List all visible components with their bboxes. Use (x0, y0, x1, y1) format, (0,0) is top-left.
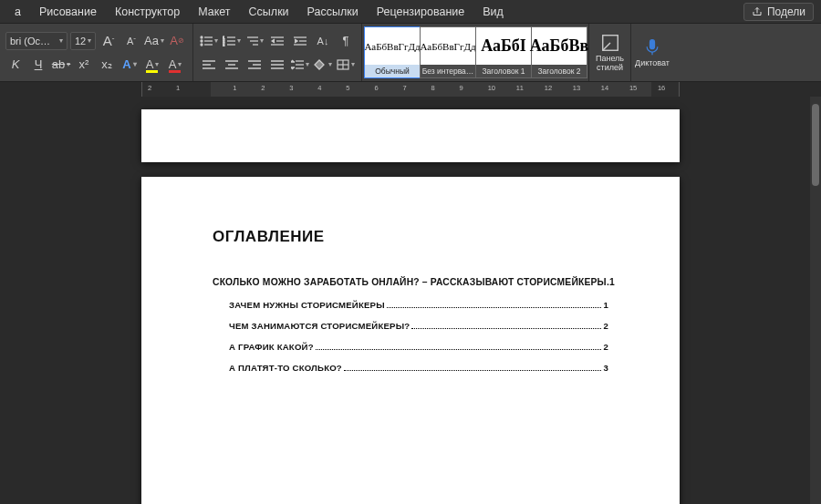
styles-pane-button[interactable]: Панель стилей (589, 24, 631, 81)
toc-leader (316, 349, 602, 350)
subscript-button[interactable]: x₂ (97, 55, 117, 75)
chevron-down-icon: ▾ (88, 36, 91, 45)
font-color-button[interactable]: A (165, 55, 185, 75)
toc-entry[interactable]: СКОЛЬКО МОЖНО ЗАРАБОТАТЬ ОНЛАЙН? – РАССК… (213, 277, 608, 287)
underline-button[interactable]: Ч (28, 55, 48, 75)
scrollbar-thumb[interactable] (812, 104, 819, 186)
vertical-scrollbar[interactable] (810, 97, 821, 504)
ruler-tick: 9 (460, 84, 463, 92)
share-icon (752, 6, 763, 17)
menu-item[interactable]: Ссылки (240, 0, 298, 23)
paragraph-group: 123 A↓ ¶ (193, 24, 362, 81)
ruler-tick: 3 (289, 84, 293, 92)
style-tile[interactable]: АаБбВвГгДдОбычный (364, 26, 421, 78)
change-case-button[interactable]: Aa (144, 31, 164, 51)
style-label: Заголовок 1 (476, 65, 531, 77)
grow-font-label: A (103, 33, 112, 48)
change-case-label: Aa (144, 34, 159, 47)
numbering-button[interactable]: 123 (222, 31, 242, 51)
ruler-tick: 13 (573, 84, 580, 92)
horizontal-ruler[interactable]: 2112345678910111213141516 (141, 82, 680, 97)
multilevel-button[interactable] (244, 31, 265, 51)
toc-entry-text: А ГРАФИК КАКОЙ? (229, 342, 314, 352)
italic-button[interactable]: K (5, 55, 26, 75)
bullets-button[interactable] (199, 31, 219, 51)
align-center-button[interactable] (222, 55, 242, 75)
styles-pane-label: Панель стилей (596, 55, 624, 72)
clear-formatting-button[interactable]: A⊘ (167, 31, 187, 51)
menu-item[interactable]: Рассылки (298, 0, 368, 23)
svg-point-2 (201, 40, 203, 42)
font-size-select[interactable]: 12 ▾ (70, 32, 96, 50)
menu-item[interactable]: а (5, 0, 30, 23)
page-previous-bottom[interactable] (141, 109, 680, 162)
toc-page-number: 2 (603, 321, 608, 331)
highlight-button[interactable]: A (142, 55, 162, 75)
menu-item[interactable]: Рисование (30, 0, 106, 23)
styles-pane-icon (600, 33, 620, 53)
style-label: Заголовок 2 (532, 65, 587, 77)
ruler-tick: 1 (233, 84, 236, 92)
grow-font-button[interactable]: Aˆ (99, 31, 119, 51)
style-label: Без интерва… (421, 65, 475, 77)
ruler-tick: 6 (374, 84, 378, 92)
style-preview: АаБбВвГгДд (365, 27, 420, 65)
toc-page-number: 1 (609, 277, 615, 287)
toc-page-number: 1 (603, 300, 608, 310)
toc-entry-text: ЗАЧЕМ НУЖНЫ СТОРИСМЕЙКЕРЫ (229, 300, 385, 310)
ruler-tick: 4 (317, 84, 321, 92)
font-size-value: 12 (75, 36, 86, 46)
menu-item[interactable]: Вид (473, 0, 513, 23)
increase-indent-button[interactable] (290, 31, 310, 51)
menu-item[interactable]: Конструктор (106, 0, 189, 23)
strike-button[interactable]: ab (51, 55, 71, 75)
borders-button[interactable] (336, 55, 356, 75)
chevron-down-icon: ▾ (59, 36, 63, 45)
shrink-font-button[interactable]: Aˇ (121, 31, 141, 51)
decrease-indent-button[interactable] (267, 31, 287, 51)
text-effects-button[interactable]: A (120, 55, 140, 75)
shading-button[interactable] (313, 55, 333, 75)
line-spacing-button[interactable] (290, 55, 310, 75)
table-of-contents: СКОЛЬКО МОЖНО ЗАРАБОТАТЬ ОНЛАЙН? – РАССК… (213, 277, 608, 373)
menu-item[interactable]: Макет (189, 0, 239, 23)
page[interactable]: ОГЛАВЛЕНИЕ СКОЛЬКО МОЖНО ЗАРАБОТАТЬ ОНЛА… (141, 177, 680, 504)
styles-gallery: АаБбВвГгДдОбычныйАаБбВвГгДдБез интерва…А… (362, 24, 589, 81)
style-preview: АаБбВвГгДд (421, 27, 475, 65)
pilcrow-button[interactable]: ¶ (336, 31, 356, 51)
toc-entry[interactable]: А ГРАФИК КАКОЙ?2 (213, 342, 608, 352)
ruler-tick: 14 (601, 84, 608, 92)
dictate-button[interactable]: Диктоват (631, 24, 673, 81)
toc-entry[interactable]: ЧЕМ ЗАНИМАЮТСЯ СТОРИСМЕЙКЕРЫ?2 (213, 321, 608, 331)
menu-bar: аРисованиеКонструкторМакетСсылкиРассылки… (0, 0, 821, 24)
toc-entry[interactable]: ЗАЧЕМ НУЖНЫ СТОРИСМЕЙКЕРЫ1 (213, 300, 608, 310)
document-area: ОГЛАВЛЕНИЕ СКОЛЬКО МОЖНО ЗАРАБОТАТЬ ОНЛА… (0, 97, 821, 504)
align-left-button[interactable] (199, 55, 219, 75)
menu-item[interactable]: Рецензирование (368, 0, 474, 23)
style-tile[interactable]: АаБбВвГгДдБез интерва… (420, 26, 476, 78)
style-label: Обычный (365, 65, 420, 77)
ruler-tick: 2 (148, 84, 151, 92)
style-tile[interactable]: АаБбВвЗаголовок 2 (531, 26, 587, 78)
toc-entry-text: ЧЕМ ЗАНИМАЮТСЯ СТОРИСМЕЙКЕРЫ? (229, 321, 410, 331)
toc-title: ОГЛАВЛЕНИЕ (213, 228, 608, 246)
sort-button[interactable]: A↓ (313, 31, 333, 51)
toc-leader (344, 370, 602, 371)
ruler-tick: 7 (402, 84, 406, 92)
ruler-tick: 2 (261, 84, 265, 92)
style-tile[interactable]: АаБбIЗаголовок 1 (475, 26, 532, 78)
share-button[interactable]: Подели (743, 3, 814, 21)
font-name-select[interactable]: bri (Ос… ▾ (5, 32, 68, 50)
style-preview: АаБбI (476, 27, 531, 65)
fontcolor-swatch (169, 70, 181, 73)
align-right-button[interactable] (244, 55, 265, 75)
toc-entry[interactable]: А ПЛАТЯТ-ТО СКОЛЬКО?3 (213, 363, 608, 373)
ruler-tick: 1 (176, 84, 180, 92)
ribbon: bri (Ос… ▾ 12 ▾ Aˆ Aˇ Aa A⊘ K Ч ab x² x₂… (0, 24, 821, 82)
ruler-tick: 16 (658, 84, 665, 92)
ruler-tick: 8 (431, 84, 435, 92)
texteff-label: A (122, 57, 130, 71)
justify-button[interactable] (267, 55, 287, 75)
svg-point-4 (201, 44, 203, 46)
superscript-button[interactable]: x² (74, 55, 94, 75)
